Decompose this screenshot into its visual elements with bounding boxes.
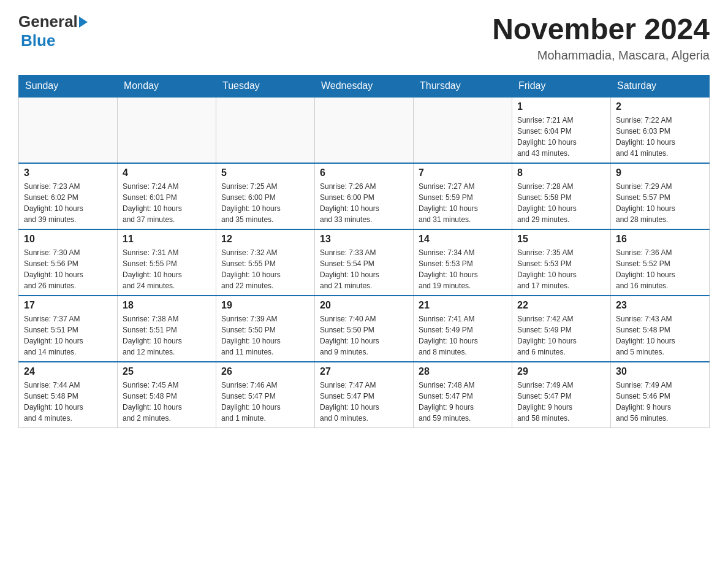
calendar-cell: 21Sunrise: 7:41 AM Sunset: 5:49 PM Dayli… bbox=[414, 296, 512, 362]
day-info: Sunrise: 7:45 AM Sunset: 5:48 PM Dayligh… bbox=[123, 380, 211, 424]
day-info: Sunrise: 7:49 AM Sunset: 5:46 PM Dayligh… bbox=[616, 380, 704, 424]
day-info: Sunrise: 7:23 AM Sunset: 6:02 PM Dayligh… bbox=[24, 181, 112, 225]
day-info: Sunrise: 7:28 AM Sunset: 5:58 PM Dayligh… bbox=[517, 181, 605, 225]
day-number: 1 bbox=[517, 101, 605, 112]
calendar-cell: 16Sunrise: 7:36 AM Sunset: 5:52 PM Dayli… bbox=[611, 229, 710, 296]
day-number: 30 bbox=[616, 366, 704, 377]
day-number: 10 bbox=[24, 234, 112, 245]
week-row-5: 24Sunrise: 7:44 AM Sunset: 5:48 PM Dayli… bbox=[19, 362, 710, 428]
day-number: 21 bbox=[419, 300, 507, 311]
month-title: November 2024 bbox=[492, 12, 710, 46]
day-info: Sunrise: 7:46 AM Sunset: 5:47 PM Dayligh… bbox=[221, 380, 309, 424]
day-info: Sunrise: 7:27 AM Sunset: 5:59 PM Dayligh… bbox=[419, 181, 507, 225]
calendar-cell: 17Sunrise: 7:37 AM Sunset: 5:51 PM Dayli… bbox=[19, 296, 118, 362]
logo-blue: Blue bbox=[18, 31, 55, 50]
calendar-cell: 24Sunrise: 7:44 AM Sunset: 5:48 PM Dayli… bbox=[19, 362, 118, 428]
day-number: 22 bbox=[517, 300, 605, 311]
calendar-cell: 19Sunrise: 7:39 AM Sunset: 5:50 PM Dayli… bbox=[216, 296, 315, 362]
day-number: 16 bbox=[616, 234, 704, 245]
day-info: Sunrise: 7:38 AM Sunset: 5:51 PM Dayligh… bbox=[123, 313, 211, 358]
day-info: Sunrise: 7:48 AM Sunset: 5:47 PM Dayligh… bbox=[419, 380, 507, 424]
day-number: 9 bbox=[616, 167, 704, 178]
day-number: 28 bbox=[419, 366, 507, 377]
day-info: Sunrise: 7:29 AM Sunset: 5:57 PM Dayligh… bbox=[616, 181, 704, 225]
day-number: 20 bbox=[320, 300, 408, 311]
page-header: General Blue November 2024 Mohammadia, M… bbox=[18, 12, 710, 63]
week-row-3: 10Sunrise: 7:30 AM Sunset: 5:56 PM Dayli… bbox=[19, 229, 710, 296]
day-info: Sunrise: 7:32 AM Sunset: 5:55 PM Dayligh… bbox=[221, 247, 309, 291]
day-info: Sunrise: 7:35 AM Sunset: 5:53 PM Dayligh… bbox=[517, 247, 605, 291]
title-section: November 2024 Mohammadia, Mascara, Alger… bbox=[492, 12, 710, 63]
day-number: 13 bbox=[320, 234, 408, 245]
day-number: 17 bbox=[24, 300, 112, 311]
day-number: 8 bbox=[517, 167, 605, 178]
calendar-cell: 23Sunrise: 7:43 AM Sunset: 5:48 PM Dayli… bbox=[611, 296, 710, 362]
day-number: 2 bbox=[616, 101, 704, 112]
calendar-cell: 12Sunrise: 7:32 AM Sunset: 5:55 PM Dayli… bbox=[216, 229, 315, 296]
day-info: Sunrise: 7:24 AM Sunset: 6:01 PM Dayligh… bbox=[123, 181, 211, 225]
calendar-cell bbox=[315, 97, 414, 163]
day-info: Sunrise: 7:33 AM Sunset: 5:54 PM Dayligh… bbox=[320, 247, 408, 291]
calendar-cell: 27Sunrise: 7:47 AM Sunset: 5:47 PM Dayli… bbox=[315, 362, 414, 428]
calendar-cell: 6Sunrise: 7:26 AM Sunset: 6:00 PM Daylig… bbox=[315, 163, 414, 229]
calendar-cell: 5Sunrise: 7:25 AM Sunset: 6:00 PM Daylig… bbox=[216, 163, 315, 229]
calendar-cell: 2Sunrise: 7:22 AM Sunset: 6:03 PM Daylig… bbox=[611, 97, 710, 163]
calendar-cell: 26Sunrise: 7:46 AM Sunset: 5:47 PM Dayli… bbox=[216, 362, 315, 428]
day-number: 24 bbox=[24, 366, 112, 377]
calendar-cell: 18Sunrise: 7:38 AM Sunset: 5:51 PM Dayli… bbox=[118, 296, 216, 362]
logo-general: General bbox=[18, 12, 88, 31]
calendar-cell: 22Sunrise: 7:42 AM Sunset: 5:49 PM Dayli… bbox=[512, 296, 611, 362]
calendar-cell: 30Sunrise: 7:49 AM Sunset: 5:46 PM Dayli… bbox=[611, 362, 710, 428]
day-number: 25 bbox=[123, 366, 211, 377]
day-number: 11 bbox=[123, 234, 211, 245]
day-number: 27 bbox=[320, 366, 408, 377]
day-header-monday: Monday bbox=[118, 75, 216, 98]
day-info: Sunrise: 7:36 AM Sunset: 5:52 PM Dayligh… bbox=[616, 247, 704, 291]
day-header-thursday: Thursday bbox=[414, 75, 512, 98]
day-header-wednesday: Wednesday bbox=[315, 75, 414, 98]
logo-chevron-icon bbox=[79, 17, 88, 28]
day-info: Sunrise: 7:30 AM Sunset: 5:56 PM Dayligh… bbox=[24, 247, 112, 291]
week-row-2: 3Sunrise: 7:23 AM Sunset: 6:02 PM Daylig… bbox=[19, 163, 710, 229]
day-info: Sunrise: 7:49 AM Sunset: 5:47 PM Dayligh… bbox=[517, 380, 605, 424]
day-info: Sunrise: 7:39 AM Sunset: 5:50 PM Dayligh… bbox=[221, 313, 309, 358]
day-number: 4 bbox=[123, 167, 211, 178]
calendar-cell: 29Sunrise: 7:49 AM Sunset: 5:47 PM Dayli… bbox=[512, 362, 611, 428]
calendar-cell bbox=[19, 97, 118, 163]
day-number: 23 bbox=[616, 300, 704, 311]
day-number: 15 bbox=[517, 234, 605, 245]
day-info: Sunrise: 7:44 AM Sunset: 5:48 PM Dayligh… bbox=[24, 380, 112, 424]
calendar-cell bbox=[118, 97, 216, 163]
day-info: Sunrise: 7:21 AM Sunset: 6:04 PM Dayligh… bbox=[517, 115, 605, 159]
calendar-cell: 9Sunrise: 7:29 AM Sunset: 5:57 PM Daylig… bbox=[611, 163, 710, 229]
calendar-table: SundayMondayTuesdayWednesdayThursdayFrid… bbox=[18, 75, 710, 428]
day-number: 18 bbox=[123, 300, 211, 311]
day-info: Sunrise: 7:26 AM Sunset: 6:00 PM Dayligh… bbox=[320, 181, 408, 225]
day-number: 26 bbox=[221, 366, 309, 377]
day-info: Sunrise: 7:43 AM Sunset: 5:48 PM Dayligh… bbox=[616, 313, 704, 358]
calendar-cell: 8Sunrise: 7:28 AM Sunset: 5:58 PM Daylig… bbox=[512, 163, 611, 229]
day-header-tuesday: Tuesday bbox=[216, 75, 315, 98]
calendar-cell bbox=[414, 97, 512, 163]
calendar-cell: 4Sunrise: 7:24 AM Sunset: 6:01 PM Daylig… bbox=[118, 163, 216, 229]
day-header-sunday: Sunday bbox=[19, 75, 118, 98]
calendar-cell: 7Sunrise: 7:27 AM Sunset: 5:59 PM Daylig… bbox=[414, 163, 512, 229]
day-number: 7 bbox=[419, 167, 507, 178]
day-info: Sunrise: 7:41 AM Sunset: 5:49 PM Dayligh… bbox=[419, 313, 507, 358]
day-number: 12 bbox=[221, 234, 309, 245]
day-info: Sunrise: 7:40 AM Sunset: 5:50 PM Dayligh… bbox=[320, 313, 408, 358]
calendar-header-row: SundayMondayTuesdayWednesdayThursdayFrid… bbox=[19, 75, 710, 98]
week-row-4: 17Sunrise: 7:37 AM Sunset: 5:51 PM Dayli… bbox=[19, 296, 710, 362]
day-info: Sunrise: 7:25 AM Sunset: 6:00 PM Dayligh… bbox=[221, 181, 309, 225]
day-header-friday: Friday bbox=[512, 75, 611, 98]
calendar-cell bbox=[216, 97, 315, 163]
calendar-cell: 20Sunrise: 7:40 AM Sunset: 5:50 PM Dayli… bbox=[315, 296, 414, 362]
logo: General Blue bbox=[18, 12, 88, 50]
calendar-cell: 25Sunrise: 7:45 AM Sunset: 5:48 PM Dayli… bbox=[118, 362, 216, 428]
day-info: Sunrise: 7:42 AM Sunset: 5:49 PM Dayligh… bbox=[517, 313, 605, 358]
day-number: 14 bbox=[419, 234, 507, 245]
calendar-cell: 13Sunrise: 7:33 AM Sunset: 5:54 PM Dayli… bbox=[315, 229, 414, 296]
calendar-cell: 15Sunrise: 7:35 AM Sunset: 5:53 PM Dayli… bbox=[512, 229, 611, 296]
calendar-cell: 3Sunrise: 7:23 AM Sunset: 6:02 PM Daylig… bbox=[19, 163, 118, 229]
day-number: 5 bbox=[221, 167, 309, 178]
